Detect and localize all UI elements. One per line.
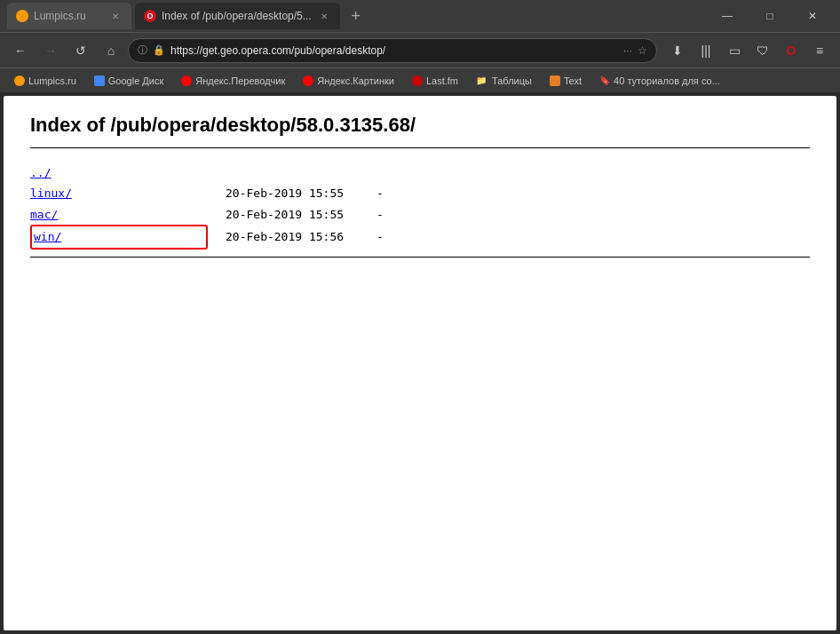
minimize-button[interactable]: — [707, 0, 748, 32]
tab-opera-index[interactable]: O Index of /pub/opera/desktop/5... ✕ [135, 3, 340, 29]
file-link-parent[interactable]: ../ [30, 162, 208, 183]
text-bm-favicon [550, 75, 560, 86]
bookmark-star-icon[interactable]: ☆ [638, 44, 647, 57]
extensions-button[interactable]: ||| [693, 37, 719, 64]
gdisk-bm-favicon [94, 75, 105, 86]
add-tab-button[interactable]: + [344, 4, 368, 28]
file-listing: ../ linux/ 20-Feb-2019 15:55 - mac/ 20-F… [30, 162, 810, 250]
bookmark-icon: 🔖 [599, 75, 610, 85]
lastfm-bm-favicon [412, 75, 423, 86]
back-button[interactable]: ← [7, 37, 34, 64]
file-date-linux: 20-Feb-2019 15:55 [226, 183, 368, 203]
forward-button[interactable]: → [37, 37, 64, 64]
table-row: win/ 20-Feb-2019 15:56 - [30, 225, 810, 249]
file-link-mac[interactable]: mac/ [30, 204, 208, 225]
bookmark-lastfm[interactable]: Last.fm [405, 74, 465, 88]
lumpics-bm-favicon [14, 75, 25, 86]
screenshot-button[interactable]: ▭ [721, 37, 748, 64]
home-button[interactable]: ⌂ [98, 37, 124, 64]
bookmark-lumpics-label: Lumpics.ru [28, 75, 76, 86]
table-row: mac/ 20-Feb-2019 15:55 - [30, 204, 810, 225]
tab-lumpics-label: Lumpics.ru [34, 10, 103, 22]
bookmark-lastfm-label: Last.fm [426, 75, 458, 86]
tab-lumpics[interactable]: Lumpics.ru ✕ [7, 3, 131, 29]
bookmark-yatranslate-label: Яндекс.Переводчик [195, 75, 285, 86]
address-bar[interactable]: ⓘ 🔒 https://get.geo.opera.com/pub/opera/… [128, 38, 657, 63]
address-icons: ··· ☆ [623, 44, 647, 57]
close-button[interactable]: ✕ [792, 0, 833, 32]
bookmark-yaimages[interactable]: Яндекс.Картинки [296, 74, 401, 88]
maximize-button[interactable]: □ [749, 0, 790, 32]
nav-bar: ← → ↺ ⌂ ⓘ 🔒 https://get.geo.opera.com/pu… [0, 32, 840, 67]
bookmarks-bar: Lumpics.ru Google Диск Яндекс.Переводчик… [0, 67, 840, 92]
browser-window: Lumpics.ru ✕ O Index of /pub/opera/deskt… [0, 0, 840, 634]
more-icon[interactable]: ··· [623, 44, 632, 57]
file-size-win: - [376, 226, 384, 247]
bookmark-yatranslate[interactable]: Яндекс.Переводчик [174, 74, 292, 88]
yaimages-bm-favicon [303, 75, 313, 86]
bookmark-text-label: Text [564, 75, 582, 86]
page-bottom-divider [30, 257, 810, 258]
address-text: https://get.geo.opera.com/pub/opera/desk… [170, 44, 618, 57]
bookmark-yaimages-label: Яндекс.Картинки [317, 75, 394, 86]
opera-favicon: O [144, 10, 156, 22]
tab-opera-label: Index of /pub/opera/desktop/5... [162, 10, 312, 22]
reload-button[interactable]: ↺ [67, 37, 94, 64]
table-row: linux/ 20-Feb-2019 15:55 - [30, 183, 810, 203]
file-link-linux[interactable]: linux/ [30, 183, 208, 203]
opera-menu-button[interactable]: O [778, 37, 804, 64]
file-size-linux: - [376, 183, 384, 203]
window-controls: — □ ✕ [707, 0, 833, 32]
page-content: Index of /pub/opera/desktop/58.0.3135.68… [4, 96, 836, 630]
info-icon: ⓘ [138, 44, 147, 57]
folder-icon: 📁 [476, 75, 487, 85]
toolbar-right: ⬇ ||| ▭ 🛡 O ≡ [664, 37, 833, 64]
download-button[interactable]: ⬇ [664, 37, 691, 64]
main-menu-button[interactable]: ≡ [806, 37, 833, 64]
bookmark-text[interactable]: Text [543, 74, 589, 88]
file-date-mac: 20-Feb-2019 15:55 [226, 204, 368, 225]
yatranslate-bm-favicon [181, 75, 192, 86]
bookmark-gdisk[interactable]: Google Диск [87, 74, 170, 88]
tab-lumpics-close[interactable]: ✕ [108, 9, 123, 23]
bookmark-lumpics[interactable]: Lumpics.ru [7, 74, 83, 88]
lumpics-favicon [16, 10, 28, 22]
title-bar: Lumpics.ru ✕ O Index of /pub/opera/deskt… [0, 0, 840, 32]
bookmark-tutorials-label: 40 туториалов для со... [614, 75, 720, 86]
page-top-divider [30, 147, 810, 148]
file-link-win[interactable]: win/ [30, 225, 208, 249]
tab-opera-close[interactable]: ✕ [317, 9, 331, 23]
bookmark-tutorials[interactable]: 🔖 40 туториалов для со... [592, 74, 727, 88]
page-title: Index of /pub/opera/desktop/58.0.3135.68… [30, 114, 810, 137]
file-size-mac: - [376, 204, 384, 225]
bookmark-sheets-label: Таблицы [492, 75, 532, 86]
bookmark-sheets[interactable]: 📁 Таблицы [469, 74, 539, 88]
shield-button[interactable]: 🛡 [749, 37, 776, 64]
file-date-win: 20-Feb-2019 15:56 [226, 226, 368, 247]
lock-icon: 🔒 [153, 44, 165, 56]
table-row: ../ [30, 162, 810, 183]
bookmark-gdisk-label: Google Диск [108, 75, 163, 86]
page-inner: Index of /pub/opera/desktop/58.0.3135.68… [4, 96, 836, 275]
